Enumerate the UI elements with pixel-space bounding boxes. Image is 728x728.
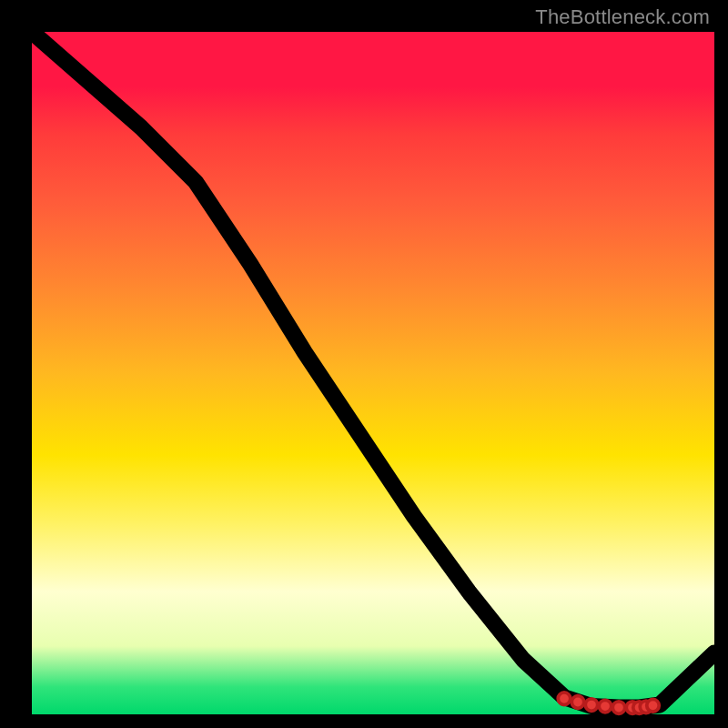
highlighted-point [647,699,660,712]
highlighted-point [585,699,598,712]
highlighted-point [571,696,584,709]
highlighted-point [599,700,612,713]
watermark-text: TheBottleneck.com [535,5,710,29]
chart-stage: TheBottleneck.com [0,0,728,728]
chart-overlay [32,32,714,714]
highlighted-point [612,702,625,714]
highlighted-point [558,693,571,705]
performance-curve [32,32,714,708]
